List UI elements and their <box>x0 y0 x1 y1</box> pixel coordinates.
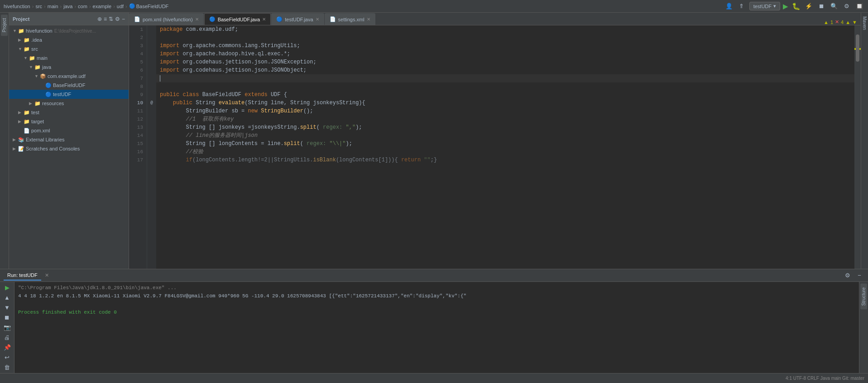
code-wrapper: 1 2 3 4 5 6 7 8 9 10 11 12 13 14 15 16 1 <box>129 25 861 269</box>
run-command-text: "C:\Program Files\Java\jdk1.8.0_291\bin\… <box>18 285 177 291</box>
run-done-text: Process finished with exit code 0 <box>18 308 855 316</box>
tree-basefieldudf[interactable]: ▶ 🔵 BaseFieldUDF <box>9 81 129 90</box>
coverage-button[interactable]: ⚡ <box>804 1 814 11</box>
tree-pomxml[interactable]: ▶ 📄 pom.xml <box>9 126 129 135</box>
tab-basefieldudf[interactable]: 🔵 BaseFieldUDF.java ✕ <box>204 13 271 25</box>
code-line-7 <box>156 74 854 82</box>
tab-testudf[interactable]: 🔵 testUDF.java ✕ <box>271 13 324 25</box>
external-icon[interactable]: ⊕ <box>97 16 102 22</box>
tree-idea[interactable]: ▶ 📁 .idea <box>9 35 129 44</box>
folder-icon: 📁 <box>29 55 35 61</box>
tree-test[interactable]: ▶ 📁 test <box>9 108 129 117</box>
tree-package[interactable]: ▼ 📦 com.example.udf <box>9 72 129 81</box>
code-line-17: if(longContents.length!=2||StringUtils.i… <box>156 156 854 164</box>
tree-src[interactable]: ▼ 📁 src <box>9 44 129 53</box>
gutter-6 <box>147 66 156 74</box>
code-line-12: //1 获取所有key <box>156 115 854 123</box>
tree-main[interactable]: ▼ 📁 main <box>9 53 129 63</box>
line-num-2: 2 <box>129 34 143 42</box>
run-pin-btn[interactable]: 📌 <box>2 343 12 351</box>
settings-run-icon[interactable]: ⚙ <box>843 271 853 281</box>
tree-testudf[interactable]: ▶ 🔵 testUDF <box>9 90 129 99</box>
close-panel-icon[interactable]: − <box>122 16 125 22</box>
run-tab[interactable]: Run: testUDF <box>4 271 41 281</box>
arrow-icon: ▼ <box>34 74 39 78</box>
gutter-14 <box>147 131 156 140</box>
project-tab-vertical[interactable]: Project <box>1 15 8 36</box>
top-bar-right: 👤 ⇑ testUDF ▾ ▶ 🐛 ⚡ ⏹ 🔍 ⚙ 🔲 <box>724 1 864 11</box>
run-back-btn[interactable]: ↩ <box>2 353 12 361</box>
folder-icon: 📁 <box>24 46 30 52</box>
vcs-icon[interactable]: ⇑ <box>737 1 747 11</box>
run-tab-close[interactable]: ✕ <box>45 272 49 278</box>
line-num-3: 3 <box>129 42 143 50</box>
code-line-8 <box>156 82 854 91</box>
scratches-icon: 📝 <box>18 146 24 152</box>
maven-tab[interactable]: Maven <box>861 15 868 32</box>
run-config-selector[interactable]: testUDF ▾ <box>749 2 780 10</box>
tree-pomxml-label: pom.xml <box>31 128 50 133</box>
bc-hivefunction[interactable]: hivefunction <box>4 4 30 9</box>
gutter-10[interactable]: @ <box>147 99 156 107</box>
bottom-panel-icons: ⚙ − <box>843 271 864 281</box>
tree-ext-libs[interactable]: ▶ 📚 External Libraries <box>9 135 129 144</box>
gutter: @ <box>147 25 156 269</box>
run-screenshot-btn[interactable]: 📷 <box>2 324 12 332</box>
run-trash-btn[interactable]: 🗑 <box>2 363 12 371</box>
run-play-btn[interactable]: ▶ <box>2 284 12 292</box>
tree-java[interactable]: ▼ 📁 java <box>9 63 129 72</box>
run-output-area[interactable]: "C:\Program Files\Java\jdk1.8.0_291\bin\… <box>14 282 859 373</box>
nav-up-icon[interactable]: ▲ <box>845 19 850 25</box>
tab-pomxml-close[interactable]: ✕ <box>195 17 199 22</box>
collapse-all-icon[interactable]: ≡ <box>104 16 107 22</box>
java-file-icon: 🔵 <box>45 82 52 88</box>
settings-button[interactable]: ⚙ <box>842 1 852 11</box>
tab-settings-close[interactable]: ✕ <box>367 17 370 22</box>
run-scroll-down-btn[interactable]: ▼ <box>2 304 12 312</box>
run-print-btn[interactable]: 🖨 <box>2 333 12 341</box>
tree-resources-label: resources <box>42 101 64 106</box>
code-line-1: package com.example.udf; <box>156 25 854 34</box>
arrow-icon: ▶ <box>18 119 23 124</box>
code-line-3: import org.apache.commons.lang.StringUti… <box>156 42 854 50</box>
tree-scratches[interactable]: ▶ 📝 Scratches and Consoles <box>9 144 129 153</box>
settings-panel-icon[interactable]: ⚙ <box>115 16 120 22</box>
scrollbar-thumb[interactable] <box>856 34 859 62</box>
tree-resources[interactable]: ▶ 📁 resources <box>9 99 129 108</box>
run-button[interactable]: ▶ <box>783 2 788 10</box>
run-stop-btn[interactable]: ⏹ <box>2 314 12 322</box>
tab-pomxml[interactable]: 📄 pom.xml (hivefunction) ✕ <box>129 13 204 25</box>
line-num-14: 14 <box>129 131 143 140</box>
search-button[interactable]: 🔍 <box>829 1 839 11</box>
arrow-icon: ▼ <box>18 47 23 51</box>
tree-basefieldudf-label: BaseFieldUDF <box>53 82 86 88</box>
tab-settings[interactable]: 📄 settings.xml ✕ <box>325 13 375 25</box>
chevron-down-icon: ▾ <box>773 3 776 9</box>
structure-tab[interactable]: Structure <box>860 284 867 310</box>
scroll-icon[interactable]: ⇅ <box>109 16 113 22</box>
code-line-6: import org.codehaus.jettison.json.JSONOb… <box>156 66 854 74</box>
gutter-16 <box>147 148 156 156</box>
help-button[interactable]: 🔲 <box>854 1 864 11</box>
gutter-1 <box>147 25 156 34</box>
tab-basefieldudf-close[interactable]: ✕ <box>262 17 266 22</box>
code-line-15: String [] longContents = line.split( reg… <box>156 140 854 148</box>
editor-scrollbar[interactable] <box>854 25 861 269</box>
tree-target[interactable]: ▶ 📁 target <box>9 117 129 126</box>
tab-testudf-close[interactable]: ✕ <box>316 17 319 22</box>
folder-icon: 📁 <box>34 64 41 70</box>
debug-button[interactable]: 🐛 <box>791 1 801 11</box>
file-tree: ▼ 📁 hivefunction E:\IdeaProject\hive... … <box>9 25 129 269</box>
code-editor[interactable]: 1 2 3 4 5 6 7 8 9 10 11 12 13 14 15 16 1 <box>129 25 854 269</box>
vcs-update-icon[interactable]: 👤 <box>724 1 734 11</box>
run-scroll-up-btn[interactable]: ▲ <box>2 294 12 302</box>
line-num-10: 10 <box>129 99 143 107</box>
arrow-icon: ▼ <box>13 29 17 33</box>
stop-button[interactable]: ⏹ <box>816 1 826 11</box>
tree-root[interactable]: ▼ 📁 hivefunction E:\IdeaProject\hive... <box>9 26 129 35</box>
minimize-run-icon[interactable]: − <box>854 271 864 281</box>
code-lines[interactable]: package com.example.udf; import org.apac… <box>156 25 854 269</box>
tabs-warning: ▲ 1 ✕ 4 ▲ ▼ <box>820 19 861 25</box>
nav-down-icon[interactable]: ▼ <box>852 19 857 25</box>
package-icon: 📦 <box>40 73 46 79</box>
